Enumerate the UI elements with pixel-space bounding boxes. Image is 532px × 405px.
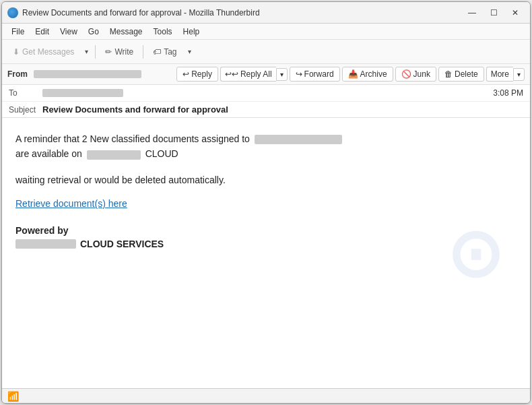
more-dropdown[interactable]: ▾ [513,68,525,81]
to-label: To [9,88,42,98]
write-button[interactable]: ✏ Write [100,45,139,59]
maximize-button[interactable]: ☐ [484,6,503,20]
minimize-button[interactable]: — [463,6,481,20]
subject-label: Subject [9,105,42,115]
write-icon: ✏ [105,47,112,57]
email-time: 3:08 PM [493,88,523,98]
cloud-text: CLOUD [145,148,178,159]
toolbar-separator-2 [143,45,143,59]
junk-icon: 🚫 [401,69,411,79]
window-title: Review Documents and forward for approva… [22,8,260,18]
tag-label: Tag [164,47,176,57]
forward-icon: ↪ [296,69,302,79]
body-paragraph-1: A reminder that 2 New classified documen… [15,131,517,162]
write-label: Write [114,47,133,57]
title-bar-left: Review Documents and forward for approva… [7,7,260,18]
wifi-icon: 📶 [7,391,19,402]
tag-button[interactable]: 🏷 Tag [147,45,182,59]
forward-button[interactable]: ↪ Forward [290,67,340,82]
recipient-blurred [255,135,342,144]
title-bar-controls: — ☐ ✕ [463,6,525,20]
delete-icon: 🗑 [444,69,453,79]
menu-message[interactable]: Message [104,26,148,38]
archive-button[interactable]: 📥 Archive [342,67,393,82]
more-label: More [491,69,509,79]
body-paragraph-2: waiting retrieval or would be deleted au… [15,173,517,187]
reply-all-icon: ↩↩ [225,69,238,79]
menu-bar: File Edit View Go Message Tools Help [2,24,530,40]
delete-button[interactable]: 🗑 Delete [438,67,484,82]
reply-label: Reply [191,69,212,79]
menu-go[interactable]: Go [83,26,104,38]
delete-label: Delete [455,69,478,79]
get-messages-button[interactable]: ⬇ Get Messages [7,45,79,59]
reply-all-split: ↩↩ Reply All ▾ [220,67,288,82]
cloud-services-text: CLOUD SERVICES [80,239,164,249]
menu-help[interactable]: Help [178,26,205,38]
tag-dropdown[interactable]: ▾ [185,46,194,57]
title-bar: Review Documents and forward for approva… [2,2,530,24]
close-button[interactable]: ✕ [506,6,525,20]
app-icon [7,7,18,18]
to-row: To 3:08 PM [2,85,530,101]
status-bar: 📶 [2,388,530,403]
reply-all-label: Reply All [240,69,272,79]
get-messages-icon: ⬇ [13,47,20,57]
tag-icon: 🏷 [153,47,161,57]
forward-label: Forward [304,69,334,79]
menu-edit[interactable]: Edit [30,26,55,38]
cloud-name-blurred [87,150,141,160]
to-value-blurred [42,89,123,97]
powered-section: Powered by CLOUD SERVICES [15,225,517,249]
archive-label: Archive [360,69,387,79]
from-value-blurred [34,70,141,78]
toolbar-separator-1 [95,45,96,59]
email-body: ⊙ A reminder that 2 New classified docum… [2,118,530,388]
more-button[interactable]: More [486,67,513,82]
body-text-part2: are available on [15,148,82,159]
get-messages-dropdown[interactable]: ▾ [82,46,91,57]
reply-all-button[interactable]: ↩↩ Reply All [220,67,276,82]
email-header: From ↩ Reply ↩↩ Reply All ▾ ↪ Forward [2,64,530,118]
junk-button[interactable]: 🚫 Junk [395,67,436,82]
menu-tools[interactable]: Tools [148,26,178,38]
from-label: From [7,69,28,79]
more-split: More ▾ [486,67,525,82]
main-toolbar: ⬇ Get Messages ▾ ✏ Write 🏷 Tag ▾ [2,40,530,64]
main-window: Review Documents and forward for approva… [1,1,531,404]
subject-row: Subject Review Documents and forward for… [2,101,530,117]
menu-file[interactable]: File [6,26,30,38]
header-toolbar: From ↩ Reply ↩↩ Reply All ▾ ↪ Forward [2,64,530,85]
archive-icon: 📥 [348,69,358,79]
subject-value: Review Documents and forward for approva… [42,104,228,115]
reply-all-dropdown[interactable]: ▾ [276,68,288,81]
body-text-part1: A reminder that 2 New classified documen… [15,133,250,144]
reply-button[interactable]: ↩ Reply [176,67,218,82]
menu-view[interactable]: View [55,26,83,38]
cloud-row: CLOUD SERVICES [15,239,517,249]
get-messages-label: Get Messages [22,47,74,57]
retrieve-link[interactable]: Retrieve document(s) here [15,198,127,209]
reply-icon: ↩ [182,69,189,79]
cloud-brand-blurred [15,239,76,249]
junk-label: Junk [413,69,430,79]
powered-by-label: Powered by [15,225,517,236]
